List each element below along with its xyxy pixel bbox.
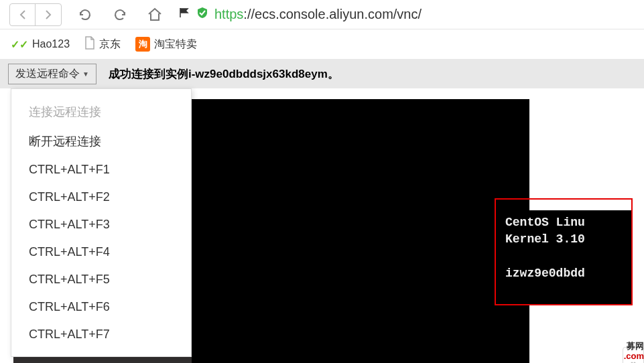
reload-icon [78, 7, 92, 22]
watermark: 募网.com [624, 341, 644, 362]
undo-icon [113, 7, 127, 22]
url-text: https://ecs.console.aliyun.com/vnc/ [214, 7, 422, 22]
home-button[interactable] [143, 3, 166, 26]
back-button[interactable] [10, 4, 36, 25]
address-bar[interactable]: https://ecs.console.aliyun.com/vnc/ [178, 6, 635, 23]
menu-item-connect: 连接远程连接 [11, 97, 191, 127]
nav-buttons [9, 3, 62, 26]
menu-item-ctrl-alt-f5[interactable]: CTRL+ALT+F5 [11, 266, 191, 293]
taobao-icon: 淘 [135, 37, 150, 52]
content-area: 连接远程连接 断开远程连接 CTRL+ALT+F1 CTRL+ALT+F2 CT… [0, 88, 644, 363]
chevron-left-icon [19, 9, 27, 20]
menu-item-ctrl-alt-f3[interactable]: CTRL+ALT+F3 [11, 211, 191, 238]
menu-item-ctrl-alt-f2[interactable]: CTRL+ALT+F2 [11, 184, 191, 211]
file-icon [84, 36, 95, 52]
bookmark-hao123[interactable]: ✓✓ Hao123 [11, 38, 70, 51]
menu-item-ctrl-alt-f1[interactable]: CTRL+ALT+F1 [11, 156, 191, 184]
command-bar: 发送远程命令 ▼ 成功连接到实例i-wz9e0dbddsjx63kd8eym。 [0, 59, 644, 88]
terminal-output: CentOS Linu Kernel 3.10 izwz9e0dbdd [504, 210, 631, 304]
bookmark-label: Hao123 [32, 38, 70, 50]
bookmark-taobao[interactable]: 淘 淘宝特卖 [135, 37, 197, 52]
undo-button[interactable] [109, 3, 131, 26]
home-icon [147, 7, 163, 23]
flag-icon [178, 7, 190, 22]
chevron-right-icon [44, 9, 52, 20]
hao123-icon: ✓✓ [11, 38, 28, 51]
button-label: 发送远程命令 [15, 67, 80, 81]
shield-icon [196, 6, 209, 23]
bookmark-label: 淘宝特卖 [154, 38, 197, 52]
dropdown-caret-icon: ▼ [82, 70, 89, 78]
vnc-screen[interactable] [192, 99, 529, 363]
reload-button[interactable] [74, 3, 96, 26]
connection-status: 成功连接到实例i-wz9e0dbddsjx63kd8eym。 [109, 66, 339, 82]
bookmarks-bar: ✓✓ Hao123 京东 淘 淘宝特卖 [0, 29, 644, 59]
menu-item-ctrl-alt-f7[interactable]: CTRL+ALT+F7 [11, 321, 191, 348]
menu-item-disconnect[interactable]: 断开远程连接 [11, 127, 191, 156]
menu-item-ctrl-alt-f4[interactable]: CTRL+ALT+F4 [11, 238, 191, 266]
forward-button[interactable] [36, 4, 61, 25]
remote-command-menu: 连接远程连接 断开远程连接 CTRL+ALT+F1 CTRL+ALT+F2 CT… [11, 88, 192, 357]
send-remote-command-button[interactable]: 发送远程命令 ▼ [8, 64, 96, 84]
menu-item-ctrl-alt-f6[interactable]: CTRL+ALT+F6 [11, 293, 191, 321]
bookmark-label: 京东 [99, 38, 121, 52]
bookmark-jd[interactable]: 京东 [84, 36, 121, 52]
browser-toolbar: https://ecs.console.aliyun.com/vnc/ [0, 0, 644, 29]
terminal-highlight-box: CentOS Linu Kernel 3.10 izwz9e0dbdd [495, 198, 633, 305]
